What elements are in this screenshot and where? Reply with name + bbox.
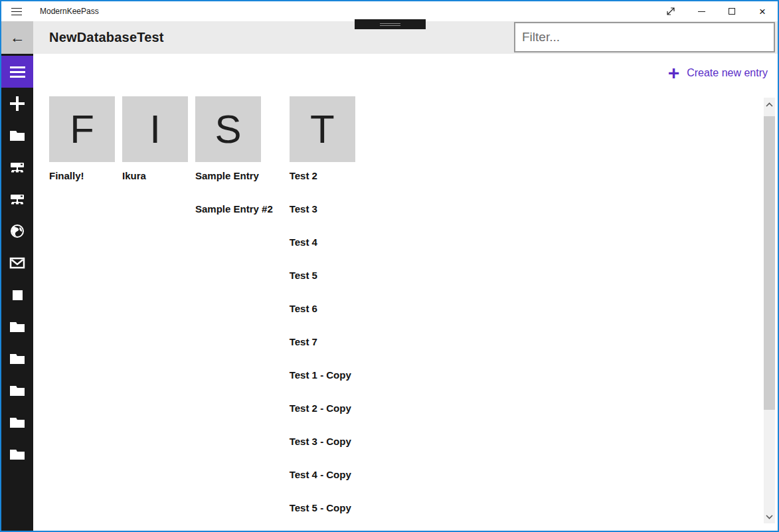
- diagonal-resize-icon: [665, 6, 676, 17]
- sidebar-item-open[interactable]: [1, 120, 33, 151]
- entry-groups: FFinally!IIkuraSSample EntrySample Entry…: [49, 96, 368, 527]
- filter-input[interactable]: [514, 22, 775, 52]
- handle-line: [380, 25, 400, 26]
- maximize-button[interactable]: [717, 1, 747, 21]
- create-new-entry-label: Create new entry: [687, 67, 768, 79]
- entry-item[interactable]: Test 2 - Copy: [290, 395, 361, 428]
- close-button[interactable]: ×: [747, 1, 778, 21]
- entry-item[interactable]: Test 3 - Copy: [290, 428, 361, 461]
- network-icon: [9, 193, 25, 205]
- group-letter-tile[interactable]: I: [122, 96, 188, 162]
- folder-icon: [9, 129, 25, 142]
- group-letter-tile[interactable]: S: [195, 96, 261, 162]
- sidebar-item-web[interactable]: [1, 215, 33, 247]
- group-letter-tile[interactable]: T: [290, 96, 355, 162]
- sidebar-item-group-1[interactable]: [1, 311, 33, 343]
- sidebar-item-new[interactable]: [1, 88, 33, 120]
- fullscreen-button[interactable]: [655, 1, 686, 21]
- hamburger-icon: [10, 66, 25, 68]
- sidebar-item-mail[interactable]: [1, 247, 33, 279]
- app-window: ModernKeePass × ← NewDatabaseTest: [0, 0, 779, 532]
- entry-group: IIkura: [122, 96, 188, 195]
- scrollbar-thumb[interactable]: [764, 116, 775, 410]
- entry-item[interactable]: Test 7: [290, 328, 361, 361]
- folder-icon: [9, 384, 25, 397]
- sidebar-item-recent-2[interactable]: [1, 183, 33, 215]
- entry-item[interactable]: Sample Entry #2: [195, 195, 282, 228]
- entry-item[interactable]: Test 4 - Copy: [290, 461, 361, 494]
- folder-icon: [9, 320, 25, 333]
- scroll-up-button[interactable]: [764, 98, 775, 111]
- chevron-up-icon: [766, 102, 773, 107]
- hamburger-bar: [11, 11, 22, 12]
- scroll-down-button[interactable]: [764, 510, 775, 523]
- entry-item[interactable]: Test 1 - Copy: [290, 361, 361, 395]
- mail-icon: [9, 257, 25, 269]
- globe-icon: [10, 224, 25, 238]
- minimize-icon: [698, 11, 705, 12]
- network-icon: [9, 161, 25, 173]
- entry-item[interactable]: Test 2: [290, 162, 361, 195]
- vertical-scrollbar[interactable]: [764, 98, 775, 523]
- sidebar: [1, 54, 33, 531]
- sidebar-item-menu[interactable]: [1, 56, 33, 88]
- hamburger-bar: [10, 71, 25, 73]
- handle-line: [380, 23, 400, 24]
- plus-icon: [10, 96, 25, 111]
- sidebar-item-recent-1[interactable]: [1, 151, 33, 183]
- sidebar-item-group-4[interactable]: [1, 406, 33, 438]
- entry-item[interactable]: Test 3: [290, 195, 361, 228]
- entry-group: TTest 2Test 3Test 4Test 5Test 6Test 7Tes…: [290, 96, 361, 527]
- entry-item[interactable]: Ikura: [122, 162, 188, 195]
- sidebar-item-group-misc[interactable]: [1, 279, 33, 311]
- collapsed-pane-handle[interactable]: [355, 19, 426, 29]
- minimize-button[interactable]: [686, 1, 717, 21]
- close-icon: ×: [759, 6, 766, 17]
- page-title: NewDatabaseTest: [49, 30, 164, 45]
- folder-icon: [9, 416, 25, 429]
- entry-item[interactable]: Test 5: [290, 262, 361, 295]
- back-button[interactable]: ←: [1, 21, 33, 54]
- entry-group: SSample EntrySample Entry #2: [195, 96, 282, 228]
- folder-icon: [9, 352, 25, 365]
- titlebar: ModernKeePass ×: [1, 1, 778, 21]
- maximize-icon: [729, 8, 735, 15]
- square-icon: [13, 290, 23, 300]
- entry-item[interactable]: Test 4: [290, 228, 361, 262]
- sidebar-item-group-2[interactable]: [1, 343, 33, 375]
- titlebar-hamburger-icon[interactable]: [1, 1, 32, 21]
- entry-item[interactable]: Test 6: [290, 295, 361, 328]
- entry-item[interactable]: Sample Entry: [195, 162, 282, 195]
- sidebar-item-group-5[interactable]: [1, 438, 33, 470]
- hamburger-bar: [11, 15, 22, 15]
- folder-icon: [9, 448, 25, 461]
- plus-icon: +: [668, 66, 680, 80]
- main-content: + Create new entry FFinally!IIkuraSSampl…: [33, 54, 778, 531]
- hamburger-bar: [10, 76, 25, 78]
- back-arrow-icon: ←: [10, 29, 25, 46]
- create-new-entry-button[interactable]: + Create new entry: [668, 66, 768, 80]
- entry-group: FFinally!: [49, 96, 115, 195]
- group-letter-tile[interactable]: F: [49, 96, 115, 162]
- entry-item[interactable]: Test 5 - Copy: [290, 494, 361, 527]
- sidebar-item-group-3[interactable]: [1, 375, 33, 406]
- hamburger-bar: [11, 8, 22, 9]
- app-title: ModernKeePass: [40, 7, 99, 16]
- entry-item[interactable]: Finally!: [49, 162, 115, 195]
- chevron-down-icon: [766, 515, 773, 519]
